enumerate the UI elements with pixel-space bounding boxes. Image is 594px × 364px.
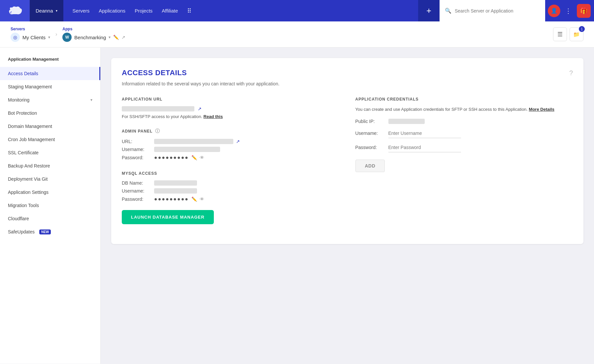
admin-username-blurred bbox=[154, 147, 220, 152]
top-navigation: Deanna ▾ Servers Applications Projects A… bbox=[0, 0, 594, 21]
sidebar-item-label: Application Settings bbox=[8, 190, 49, 195]
app-chevron-icon[interactable]: ▾ bbox=[109, 35, 111, 40]
external-link-icon[interactable]: ↗ bbox=[121, 35, 125, 40]
mysql-show-password-icon[interactable]: 👁 bbox=[200, 197, 204, 202]
app-url-row: ↗ bbox=[122, 106, 340, 111]
admin-username-row: Username: bbox=[122, 147, 340, 152]
app-url-title: APPLICATION URL bbox=[122, 97, 340, 102]
sidebar-item-cron-job-management[interactable]: Cron Job Management bbox=[0, 133, 100, 146]
sidebar-item-label: Bot Protection bbox=[8, 110, 37, 116]
nav-links: Servers Applications Projects Affiliate … bbox=[63, 7, 418, 15]
sidebar-item-label: Backup And Restore bbox=[8, 163, 50, 168]
mysql-username-blurred bbox=[154, 188, 197, 194]
mysql-dbname-label: DB Name: bbox=[122, 180, 151, 186]
sidebar-item-monitoring[interactable]: Monitoring ▾ bbox=[0, 93, 100, 106]
folder-button[interactable]: 📁 1 bbox=[570, 27, 583, 41]
content-card: ACCESS DETAILS ? Information related to … bbox=[111, 58, 583, 244]
launch-database-manager-button[interactable]: LAUNCH DATABASE MANAGER bbox=[122, 210, 214, 224]
sidebar-section-title: Application Management bbox=[0, 57, 100, 67]
sidebar-item-label: Deployment Via Git bbox=[8, 176, 48, 182]
kebab-menu-icon[interactable]: ⋮ bbox=[563, 7, 574, 15]
sidebar-item-label: SSL Certificate bbox=[8, 150, 39, 155]
edit-icon[interactable]: ✏️ bbox=[113, 35, 119, 40]
sidebar-item-backup-and-restore[interactable]: Backup And Restore bbox=[0, 159, 100, 172]
nav-projects[interactable]: Projects bbox=[135, 8, 152, 14]
admin-url-row: URL: ↗ bbox=[122, 139, 340, 144]
admin-info-icon[interactable]: ⓘ bbox=[155, 128, 160, 134]
sidebar-item-application-settings[interactable]: Application Settings bbox=[0, 186, 100, 199]
server-selector[interactable]: ◎ My Clients ▾ bbox=[11, 33, 50, 42]
breadcrumb-bar: Servers ◎ My Clients ▾ › Apps W Benchmar… bbox=[0, 21, 594, 47]
admin-password-row: Password: ●●●●●●●●● ✏️ 👁 bbox=[122, 155, 340, 161]
search-input[interactable] bbox=[455, 8, 540, 14]
cred-username-row: Username: bbox=[355, 129, 573, 138]
sidebar-item-bot-protection[interactable]: Bot Protection bbox=[0, 106, 100, 120]
admin-url-value: ↗ bbox=[154, 139, 240, 144]
sidebar-item-label: SafeUpdates bbox=[8, 229, 35, 234]
mysql-username-row: Username: bbox=[122, 188, 340, 194]
mysql-password-row: Password: ●●●●●●●●● ✏️ 👁 bbox=[122, 196, 340, 202]
two-column-layout: APPLICATION URL ↗ For SSH/SFTP access to… bbox=[122, 97, 573, 233]
admin-url-external-icon[interactable]: ↗ bbox=[236, 139, 240, 144]
app-url-value bbox=[122, 106, 194, 111]
sidebar-item-access-details[interactable]: Access Details bbox=[0, 67, 100, 80]
credentials-description: You can create and use Application crede… bbox=[355, 106, 573, 113]
sidebar-item-safeupdates[interactable]: SafeUpdates NEW bbox=[0, 225, 100, 238]
page-title: ACCESS DETAILS bbox=[122, 69, 187, 77]
sidebar-item-label: Monitoring bbox=[8, 97, 29, 103]
gift-icon[interactable]: 🎁 bbox=[577, 4, 591, 18]
admin-password-dots: ●●●●●●●●● bbox=[154, 155, 189, 161]
sidebar-item-cloudflare[interactable]: Cloudflare bbox=[0, 212, 100, 225]
list-view-button[interactable]: ☰ bbox=[553, 27, 567, 41]
cred-username-input[interactable] bbox=[388, 129, 461, 138]
breadcrumb-separator: › bbox=[55, 31, 57, 37]
avatar[interactable]: 👤 bbox=[548, 5, 560, 17]
sidebar-item-label: Domain Management bbox=[8, 124, 52, 129]
servers-breadcrumb: Servers ◎ My Clients ▾ bbox=[11, 27, 50, 42]
read-this-link[interactable]: Read this bbox=[204, 114, 223, 119]
admin-password-value: ●●●●●●●●● ✏️ 👁 bbox=[154, 155, 204, 161]
more-details-link[interactable]: More Details bbox=[529, 107, 554, 112]
admin-username-value bbox=[154, 147, 220, 152]
public-ip-value bbox=[388, 119, 425, 124]
add-button[interactable]: + bbox=[418, 0, 440, 21]
cred-password-input[interactable] bbox=[388, 143, 461, 152]
credentials-title: APPLICATION CREDENTIALS bbox=[355, 97, 573, 102]
sidebar-item-deployment-via-git[interactable]: Deployment Via Git bbox=[0, 172, 100, 186]
breadcrumb-left: Servers ◎ My Clients ▾ › Apps W Benchmar… bbox=[11, 27, 125, 42]
apps-label: Apps bbox=[62, 27, 125, 31]
apps-breadcrumb: Apps W Benchmarking ▾ ✏️ ↗ bbox=[62, 27, 125, 42]
page-description: Information related to the several ways … bbox=[122, 81, 573, 86]
mysql-dbname-row: DB Name: bbox=[122, 180, 340, 186]
user-menu[interactable]: Deanna ▾ bbox=[30, 0, 63, 21]
sidebar-item-ssl-certificate[interactable]: SSL Certificate bbox=[0, 146, 100, 159]
nav-affiliate[interactable]: Affiliate bbox=[162, 8, 178, 14]
mysql-edit-password-icon[interactable]: ✏️ bbox=[191, 197, 197, 202]
mysql-dbname-value bbox=[154, 180, 197, 186]
mysql-password-label: Password: bbox=[122, 197, 151, 202]
cred-username-label: Username: bbox=[355, 131, 388, 136]
sidebar-item-label: Cron Job Management bbox=[8, 137, 55, 142]
app-selector: W Benchmarking ▾ ✏️ ↗ bbox=[62, 33, 125, 42]
right-column: APPLICATION CREDENTIALS You can create a… bbox=[355, 97, 573, 233]
folder-badge: 1 bbox=[579, 26, 585, 32]
help-icon[interactable]: ? bbox=[569, 69, 573, 77]
sidebar-item-staging-management[interactable]: Staging Management bbox=[0, 80, 100, 93]
mysql-username-value bbox=[154, 188, 197, 194]
grid-icon[interactable]: ⠿ bbox=[187, 7, 191, 15]
add-credentials-button[interactable]: ADD bbox=[355, 160, 385, 172]
app-url-external-icon[interactable]: ↗ bbox=[198, 106, 202, 111]
sidebar-item-label: Migration Tools bbox=[8, 203, 39, 208]
sidebar-item-domain-management[interactable]: Domain Management bbox=[0, 120, 100, 133]
sidebar: Application Management Access Details St… bbox=[0, 47, 101, 364]
admin-url-blurred bbox=[154, 139, 233, 144]
nav-servers[interactable]: Servers bbox=[73, 8, 90, 14]
admin-show-password-icon[interactable]: 👁 bbox=[200, 155, 204, 160]
admin-edit-password-icon[interactable]: ✏️ bbox=[191, 155, 197, 160]
sidebar-item-migration-tools[interactable]: Migration Tools bbox=[0, 199, 100, 212]
server-icon: ◎ bbox=[11, 33, 20, 42]
logo[interactable] bbox=[0, 0, 30, 21]
nav-applications[interactable]: Applications bbox=[99, 8, 125, 14]
mysql-password-dots: ●●●●●●●●● bbox=[154, 196, 189, 202]
app-name: Benchmarking bbox=[74, 35, 106, 40]
